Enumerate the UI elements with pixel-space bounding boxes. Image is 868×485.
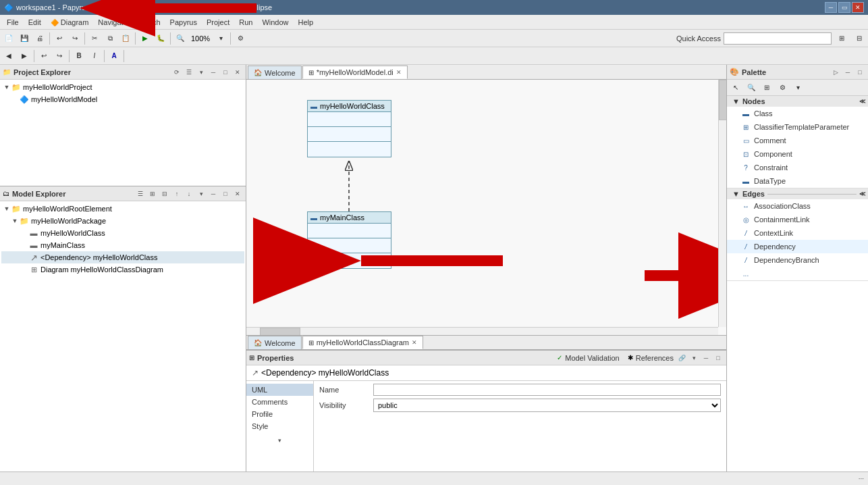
me-btn2[interactable]: ⊞ xyxy=(147,188,158,199)
zoom-in-button[interactable]: 🔍 xyxy=(173,31,188,46)
palette-expand-btn[interactable]: ▷ xyxy=(830,67,841,78)
menu-papyrus[interactable]: Papyrus xyxy=(166,17,201,28)
me-btn1[interactable]: ☰ xyxy=(135,188,146,199)
menu-navigate[interactable]: Navigate xyxy=(94,17,131,28)
tree-model[interactable]: 🔷 myHelloWorldModel xyxy=(1,93,244,105)
paste-button[interactable]: 📋 xyxy=(118,31,133,46)
new-button[interactable]: 📄 xyxy=(1,31,16,46)
palette-contextlink-item[interactable]: / ContextLink xyxy=(727,226,868,240)
palette-more-btn[interactable]: ▾ xyxy=(790,80,805,95)
menu-edit[interactable]: Edit xyxy=(24,17,45,28)
props-max-btn[interactable]: □ xyxy=(713,353,724,363)
panel-max-btn[interactable]: □ xyxy=(220,67,231,78)
tb2-color[interactable]: A xyxy=(107,49,121,63)
palette-min-btn[interactable]: ─ xyxy=(842,67,853,78)
palette-settings-btn[interactable]: ⚙ xyxy=(775,80,790,95)
menu-file[interactable]: File xyxy=(3,17,23,28)
menu-window[interactable]: Window xyxy=(258,17,292,28)
palette-class-item[interactable]: ▬ Class xyxy=(727,107,868,120)
palette-select-btn[interactable]: ↖ xyxy=(728,80,743,95)
props-link-btn[interactable]: 🔗 xyxy=(676,353,687,363)
panel-collapse-btn[interactable]: ☰ xyxy=(184,67,194,78)
menu-diagram[interactable]: 🔶 Diagram xyxy=(47,17,93,28)
print-button[interactable]: 🖨 xyxy=(32,31,47,46)
uml-class-main[interactable]: ▬ myMainClass xyxy=(307,211,391,269)
me-btn5[interactable]: ↓ xyxy=(184,188,194,199)
restore-button[interactable]: ▭ xyxy=(838,2,850,13)
v-scrollbar-thumb[interactable] xyxy=(719,80,726,120)
props-style-btn[interactable]: Style xyxy=(246,420,313,432)
quick-access-input[interactable] xyxy=(724,32,832,45)
palette-assocclass-item[interactable]: ↔ AssociationClass xyxy=(727,199,868,213)
tree-root[interactable]: ▼ 📁 myHelloWorldRootElement xyxy=(1,203,244,215)
close-button[interactable]: ✕ xyxy=(852,2,864,13)
me-btn3[interactable]: ⊟ xyxy=(159,188,170,199)
me-btn4[interactable]: ↑ xyxy=(171,188,182,199)
props-min-btn[interactable]: ─ xyxy=(701,353,711,363)
run-button[interactable]: ▶ xyxy=(138,31,153,46)
props-uml-btn[interactable]: UML xyxy=(246,384,313,396)
redo-button[interactable]: ↪ xyxy=(67,31,82,46)
tree-dependency[interactable]: ↗ <Dependency> myHelloWorldClass xyxy=(1,251,244,263)
tb2-bold[interactable]: B xyxy=(72,49,86,63)
classdiag-tab-close[interactable]: ✕ xyxy=(412,339,417,346)
panel-viewmenu-btn[interactable]: ▾ xyxy=(196,67,207,78)
settings-button[interactable]: ⚙ xyxy=(233,31,248,46)
palette-max-btn[interactable]: □ xyxy=(855,67,865,78)
quick-access-icon-1[interactable]: ⊞ xyxy=(834,31,849,46)
tb2-btn2[interactable]: ▶ xyxy=(17,49,32,63)
tree-diagram[interactable]: ⊞ Diagram myHelloWorldClassDiagram xyxy=(1,263,244,276)
me-max[interactable]: □ xyxy=(220,188,231,199)
palette-comment-item[interactable]: ▭ Comment xyxy=(727,134,868,147)
palette-zoom-btn[interactable]: 🔍 xyxy=(744,80,759,95)
tree-mainclass[interactable]: ▬ myMainClass xyxy=(1,239,244,251)
save-button[interactable]: 💾 xyxy=(17,31,32,46)
props-expand-btn[interactable]: ▾ xyxy=(275,435,286,446)
palette-grid-btn[interactable]: ⊞ xyxy=(759,80,774,95)
panel-min-btn[interactable]: ─ xyxy=(208,67,219,78)
me-close[interactable]: ✕ xyxy=(232,188,243,199)
palette-component-item[interactable]: ⊡ Component xyxy=(727,147,868,161)
palette-dependency-item[interactable]: / Dependency xyxy=(727,240,868,253)
me-viewmenu[interactable]: ▾ xyxy=(196,188,207,199)
name-input[interactable] xyxy=(373,384,721,396)
tb2-btn3[interactable]: ↩ xyxy=(36,49,51,63)
tab-welcome[interactable]: 🏠 Welcome xyxy=(248,66,302,79)
props-comments-btn[interactable]: Comments xyxy=(246,396,313,408)
cut-button[interactable]: ✂ xyxy=(87,31,102,46)
tree-hwclass[interactable]: ▬ myHelloWorldClass xyxy=(1,227,244,239)
zoom-dropdown[interactable]: ▾ xyxy=(213,31,228,46)
diagram-canvas[interactable]: ▬ myHelloWorldClass ▬ myMainClass xyxy=(246,80,726,335)
palette-containment-item[interactable]: ◎ ContainmentLink xyxy=(727,213,868,226)
tab-welcome-bottom[interactable]: 🏠 Welcome xyxy=(248,336,302,349)
palette-depbranch-item[interactable]: / DependencyBranch xyxy=(727,253,868,267)
tab-classdim-bottom[interactable]: ⊞ myHelloWorldClassDiagram ✕ xyxy=(302,336,423,349)
h-scrollbar[interactable] xyxy=(246,327,718,335)
menu-search[interactable]: Search xyxy=(133,17,165,28)
me-min[interactable]: ─ xyxy=(208,188,219,199)
tree-project[interactable]: ▼ 📁 myHelloWorldProject xyxy=(1,81,244,93)
props-viewmenu-btn[interactable]: ▾ xyxy=(688,353,699,363)
panel-sync-btn[interactable]: ⟳ xyxy=(171,67,182,78)
palette-more-item[interactable]: ... xyxy=(727,267,868,280)
edges-section-header[interactable]: ▼ Edges ≪ xyxy=(727,188,868,199)
h-scrollbar-thumb[interactable] xyxy=(260,328,300,335)
copy-button[interactable]: ⧉ xyxy=(103,31,117,46)
visibility-select[interactable]: public private protected package xyxy=(373,399,721,412)
panel-close-btn[interactable]: ✕ xyxy=(232,67,243,78)
uml-class-hello[interactable]: ▬ myHelloWorldClass xyxy=(307,100,391,157)
tb2-btn1[interactable]: ◀ xyxy=(1,49,16,63)
menu-run[interactable]: Run xyxy=(235,17,256,28)
palette-datatype-item[interactable]: ▬ DataType xyxy=(727,174,868,188)
menu-help[interactable]: Help xyxy=(294,17,318,28)
undo-button[interactable]: ↩ xyxy=(52,31,67,46)
props-profile-btn[interactable]: Profile xyxy=(246,408,313,420)
palette-classifier-item[interactable]: ⊞ ClassifierTemplateParameter xyxy=(727,120,868,134)
diagram-tab-close[interactable]: ✕ xyxy=(396,69,402,76)
tab-diagram[interactable]: ⊞ *myHelloWorldModel.di ✕ xyxy=(302,66,408,79)
debug-button[interactable]: 🐛 xyxy=(153,31,168,46)
palette-constraint-item[interactable]: ? Constraint xyxy=(727,161,868,174)
menu-project[interactable]: Project xyxy=(202,17,234,28)
nodes-section-header[interactable]: ▼ Nodes ≪ xyxy=(727,96,868,107)
tree-package[interactable]: ▼ 📁 myHelloWorldPackage xyxy=(1,215,244,227)
